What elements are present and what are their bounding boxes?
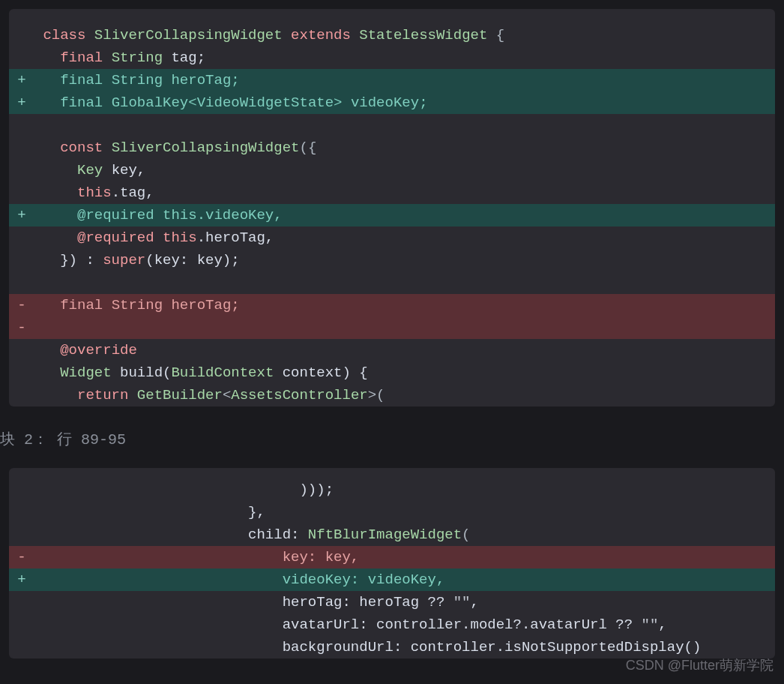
code-content: final String heroTag; xyxy=(34,294,775,316)
diff-line[interactable]: - key: key, xyxy=(9,546,775,568)
diff-marker: - xyxy=(9,546,34,568)
diff-line[interactable] xyxy=(9,272,775,294)
diff-marker: + xyxy=(9,69,34,92)
diff-line[interactable] xyxy=(9,114,775,136)
diff-marker xyxy=(9,339,34,362)
diff-marker: - xyxy=(9,316,34,339)
diff-marker xyxy=(9,114,34,136)
diff-marker xyxy=(9,182,34,204)
code-content: ))); xyxy=(34,478,775,501)
code-content: final String heroTag; xyxy=(34,69,775,92)
diff-marker xyxy=(9,636,34,658)
code-content: final GlobalKey<VideoWidgetState> videoK… xyxy=(34,92,775,114)
diff-line[interactable]: + videoKey: videoKey, xyxy=(9,568,775,591)
diff-hunk-1: class SliverCollapsingWidget extends Sta… xyxy=(9,9,775,406)
code-content: @required this.videoKey, xyxy=(34,204,775,226)
diff-marker xyxy=(9,46,34,69)
diff-line[interactable]: @required this.heroTag, xyxy=(9,226,775,249)
diff-line[interactable]: + final GlobalKey<VideoWidgetState> vide… xyxy=(9,92,775,114)
diff-line[interactable]: Widget build(BuildContext context) { xyxy=(9,362,775,384)
diff-marker xyxy=(9,159,34,182)
diff-line[interactable]: + final String heroTag; xyxy=(9,69,775,92)
code-content: avatarUrl: controller.model?.avatarUrl ?… xyxy=(34,614,775,636)
code-content: @required this.heroTag, xyxy=(34,226,775,249)
diff-marker: + xyxy=(9,204,34,226)
diff-line[interactable]: - xyxy=(9,316,775,339)
diff-marker xyxy=(9,591,34,614)
diff-line[interactable]: }, xyxy=(9,501,775,524)
diff-line[interactable]: ))); xyxy=(9,478,775,501)
diff-marker xyxy=(9,524,34,546)
code-content: @override xyxy=(34,339,775,362)
diff-marker xyxy=(9,478,34,501)
diff-marker xyxy=(9,136,34,159)
code-content: child: NftBlurImageWidget( xyxy=(34,524,775,546)
diff-line[interactable]: class SliverCollapsingWidget extends Sta… xyxy=(9,24,775,46)
diff-marker xyxy=(9,272,34,294)
code-content xyxy=(34,272,775,294)
code-content: Key key, xyxy=(34,159,775,182)
diff-marker xyxy=(9,614,34,636)
diff-marker: + xyxy=(9,568,34,591)
diff-marker: + xyxy=(9,92,34,114)
diff-marker xyxy=(9,384,34,406)
code-content: const SliverCollapsingWidget({ xyxy=(34,136,775,159)
code-content: backgroundUrl: controller.isNotSupported… xyxy=(34,636,775,658)
diff-line[interactable]: @override xyxy=(9,339,775,362)
code-content: heroTag: heroTag ?? "", xyxy=(34,591,775,614)
diff-line[interactable]: }) : super(key: key); xyxy=(9,249,775,272)
diff-marker: - xyxy=(9,294,34,316)
diff-line[interactable]: - final String heroTag; xyxy=(9,294,775,316)
code-content: class SliverCollapsingWidget extends Sta… xyxy=(34,24,775,46)
code-content xyxy=(34,114,775,136)
diff-line[interactable]: backgroundUrl: controller.isNotSupported… xyxy=(9,636,775,658)
diff-hunk-2: ))); }, child: NftBlurImageWidget(- key:… xyxy=(9,468,775,658)
code-content: key: key, xyxy=(34,546,775,568)
diff-line[interactable]: heroTag: heroTag ?? "", xyxy=(9,591,775,614)
code-content: this.tag, xyxy=(34,182,775,204)
code-content xyxy=(34,316,775,339)
diff-line[interactable]: Key key, xyxy=(9,159,775,182)
code-content: Widget build(BuildContext context) { xyxy=(34,362,775,384)
diff-marker xyxy=(9,249,34,272)
diff-marker xyxy=(9,24,34,46)
diff-line[interactable]: return GetBuilder<AssetsController>( xyxy=(9,384,775,406)
code-content: final String tag; xyxy=(34,46,775,69)
diff-line[interactable]: avatarUrl: controller.model?.avatarUrl ?… xyxy=(9,614,775,636)
diff-line[interactable]: const SliverCollapsingWidget({ xyxy=(9,136,775,159)
diff-line[interactable]: + @required this.videoKey, xyxy=(9,204,775,226)
diff-marker xyxy=(9,501,34,524)
code-content: videoKey: videoKey, xyxy=(34,568,775,591)
diff-marker xyxy=(9,362,34,384)
diff-line[interactable]: this.tag, xyxy=(9,182,775,204)
diff-line[interactable]: child: NftBlurImageWidget( xyxy=(9,524,775,546)
code-content: }, xyxy=(34,501,775,524)
diff-marker xyxy=(9,226,34,249)
hunk-header: 块 2： 行 89-95 xyxy=(0,406,784,459)
code-content: return GetBuilder<AssetsController>( xyxy=(34,384,775,406)
code-content: }) : super(key: key); xyxy=(34,249,775,272)
diff-line[interactable]: final String tag; xyxy=(9,46,775,69)
